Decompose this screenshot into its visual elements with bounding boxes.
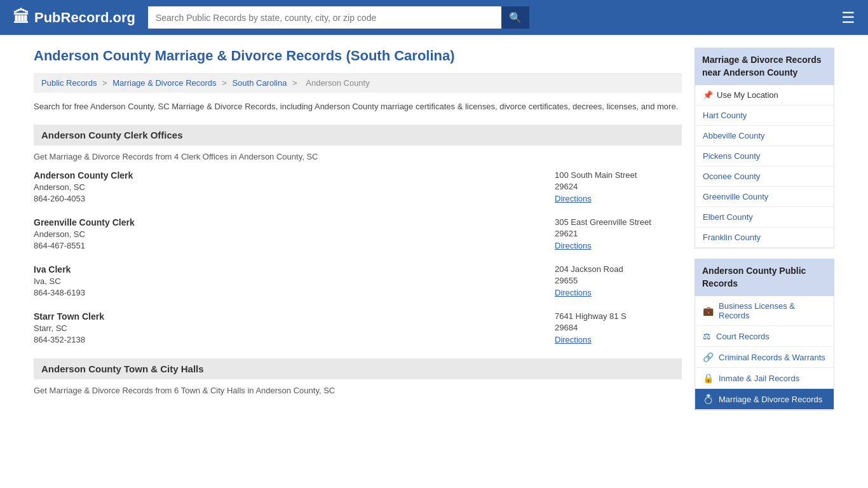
clerk-name-3: Starr Town Clerk [34, 311, 104, 322]
clerk-left-0: Anderson County Clerk Anderson, SC 864-2… [34, 170, 133, 203]
logo-text: PubRecord.org [34, 10, 135, 26]
clerk-entry-0: Anderson County Clerk Anderson, SC 864-2… [34, 170, 682, 203]
breadcrumb-sc[interactable]: South Carolina [232, 78, 287, 88]
breadcrumb-sep2: > [222, 78, 229, 88]
clerk-left-3: Starr Town Clerk Starr, SC 864-352-2138 [34, 311, 104, 344]
clerk-right-1: 305 East Greenville Street 29621 Directi… [555, 217, 682, 250]
clerk-address-2: 204 Jackson Road [555, 264, 682, 274]
content-area: Anderson County Marriage & Divorce Recor… [34, 48, 682, 421]
clerk-section-header: Anderson County Clerk Offices [34, 125, 682, 146]
sidebar-item-hart[interactable]: Hart County [695, 105, 834, 126]
clerk-right-2: 204 Jackson Road 29655 Directions [555, 264, 682, 297]
sidebar-item-label-business: Business Licenses & Records [719, 301, 826, 320]
clerk-phone-2: 864-348-6193 [34, 288, 85, 297]
directions-link-0[interactable]: Directions [555, 194, 592, 203]
ring-icon: 💍 [703, 394, 714, 404]
sidebar-item-label-court: Court Records [716, 332, 770, 341]
town-section-desc: Get Marriage & Divorce Records from 6 To… [34, 386, 682, 395]
briefcase-icon: 💼 [703, 306, 714, 316]
breadcrumb: Public Records > Marriage & Divorce Reco… [34, 73, 682, 93]
location-icon: 📌 [703, 90, 713, 100]
clerk-zip-0: 29624 [555, 182, 682, 191]
sidebar-item-label-inmate: Inmate & Jail Records [719, 374, 799, 383]
nearby-header: Marriage & Divorce Records near Anderson… [695, 48, 834, 85]
clerk-entry-3: Starr Town Clerk Starr, SC 864-352-2138 … [34, 311, 682, 344]
clerk-zip-2: 29655 [555, 276, 682, 285]
public-records-list: 💼 Business Licenses & Records ⚖ Court Re… [695, 296, 834, 410]
clerk-address-1: 305 East Greenville Street [555, 217, 682, 227]
clerk-address-3: 7641 Highway 81 S [555, 311, 682, 321]
sidebar-item-label-elbert: Elbert County [703, 212, 753, 222]
search-button[interactable]: 🔍 [501, 6, 529, 29]
link-icon: 🔗 [703, 352, 714, 362]
sidebar: Marriage & Divorce Records near Anderson… [695, 48, 834, 421]
clerk-phone-0: 864-260-4053 [34, 194, 133, 203]
clerk-zip-3: 29684 [555, 323, 682, 332]
sidebar-item-greenville[interactable]: Greenville County [695, 187, 834, 207]
clerk-list: Anderson County Clerk Anderson, SC 864-2… [34, 170, 682, 344]
sidebar-item-use-my-location[interactable]: 📌 Use My Location [695, 85, 834, 105]
sidebar-item-business[interactable]: 💼 Business Licenses & Records [695, 296, 834, 326]
clerk-right-3: 7641 Highway 81 S 29684 Directions [555, 311, 682, 344]
clerk-section-desc: Get Marriage & Divorce Records from 4 Cl… [34, 152, 682, 161]
public-records-header: Anderson County Public Records [695, 259, 834, 296]
sidebar-item-label-criminal: Criminal Records & Warrants [719, 353, 825, 362]
clerk-zip-1: 29621 [555, 229, 682, 238]
clerk-city-1: Anderson, SC [34, 229, 135, 239]
breadcrumb-sep3: > [292, 78, 299, 88]
clerk-city-2: Iva, SC [34, 276, 85, 286]
clerk-phone-1: 864-467-8551 [34, 241, 135, 250]
clerk-right-0: 100 South Main Street 29624 Directions [555, 170, 682, 203]
sidebar-item-label-pickens: Pickens County [703, 151, 760, 161]
clerk-name-1: Greenville County Clerk [34, 217, 135, 227]
sidebar-item-criminal[interactable]: 🔗 Criminal Records & Warrants [695, 347, 834, 368]
main-container: Anderson County Marriage & Divorce Recor… [21, 35, 847, 433]
clerk-phone-3: 864-352-2138 [34, 335, 104, 344]
nearby-box: Marriage & Divorce Records near Anderson… [695, 48, 834, 248]
sidebar-item-oconee[interactable]: Oconee County [695, 166, 834, 187]
directions-link-1[interactable]: Directions [555, 241, 592, 250]
clerk-address-0: 100 South Main Street [555, 170, 682, 180]
sidebar-item-franklin[interactable]: Franklin County [695, 227, 834, 248]
breadcrumb-sep1: > [102, 78, 109, 88]
logo[interactable]: 🏛 PubRecord.org [13, 8, 135, 27]
sidebar-item-label-greenville: Greenville County [703, 192, 768, 201]
nearby-list: 📌 Use My Location Hart County Abbeville … [695, 85, 834, 248]
sidebar-item-inmate[interactable]: 🔒 Inmate & Jail Records [695, 368, 834, 389]
clerk-entry-1: Greenville County Clerk Anderson, SC 864… [34, 217, 682, 250]
sidebar-item-label-hart: Hart County [703, 111, 747, 120]
page-title: Anderson County Marriage & Divorce Recor… [34, 48, 682, 64]
logo-icon: 🏛 [13, 8, 29, 27]
search-input[interactable] [148, 6, 501, 29]
sidebar-item-label-oconee: Oconee County [703, 172, 760, 181]
breadcrumb-county: Anderson County [306, 78, 369, 88]
sidebar-item-label-abbeville: Abbeville County [703, 131, 765, 140]
search-area: 🔍 [148, 6, 529, 29]
sidebar-item-label-location: Use My Location [717, 90, 778, 100]
clerk-city-0: Anderson, SC [34, 182, 133, 192]
sidebar-item-label-marriage: Marriage & Divorce Records [719, 395, 822, 404]
directions-link-2[interactable]: Directions [555, 288, 592, 297]
clerk-left-1: Greenville County Clerk Anderson, SC 864… [34, 217, 135, 250]
sidebar-item-elbert[interactable]: Elbert County [695, 207, 834, 227]
clerk-left-2: Iva Clerk Iva, SC 864-348-6193 [34, 264, 85, 297]
clerk-city-3: Starr, SC [34, 323, 104, 333]
header: 🏛 PubRecord.org 🔍 ☰ [0, 0, 868, 35]
public-records-box: Anderson County Public Records 💼 Busines… [695, 259, 834, 410]
sidebar-item-label-franklin: Franklin County [703, 233, 761, 242]
sidebar-item-abbeville[interactable]: Abbeville County [695, 126, 834, 146]
clerk-entry-2: Iva Clerk Iva, SC 864-348-6193 204 Jacks… [34, 264, 682, 297]
breadcrumb-public-records[interactable]: Public Records [41, 78, 97, 88]
page-description: Search for free Anderson County, SC Marr… [34, 100, 682, 113]
breadcrumb-marriage[interactable]: Marriage & Divorce Records [112, 78, 216, 88]
sidebar-item-pickens[interactable]: Pickens County [695, 146, 834, 166]
sidebar-item-marriage[interactable]: 💍 Marriage & Divorce Records [695, 389, 834, 410]
clerk-name-0: Anderson County Clerk [34, 170, 133, 180]
clerk-name-2: Iva Clerk [34, 264, 85, 274]
sidebar-item-court[interactable]: ⚖ Court Records [695, 326, 834, 347]
directions-link-3[interactable]: Directions [555, 335, 592, 344]
search-icon: 🔍 [509, 12, 522, 23]
menu-button[interactable]: ☰ [841, 9, 855, 27]
scales-icon: ⚖ [703, 331, 711, 341]
lock-icon: 🔒 [703, 373, 714, 383]
